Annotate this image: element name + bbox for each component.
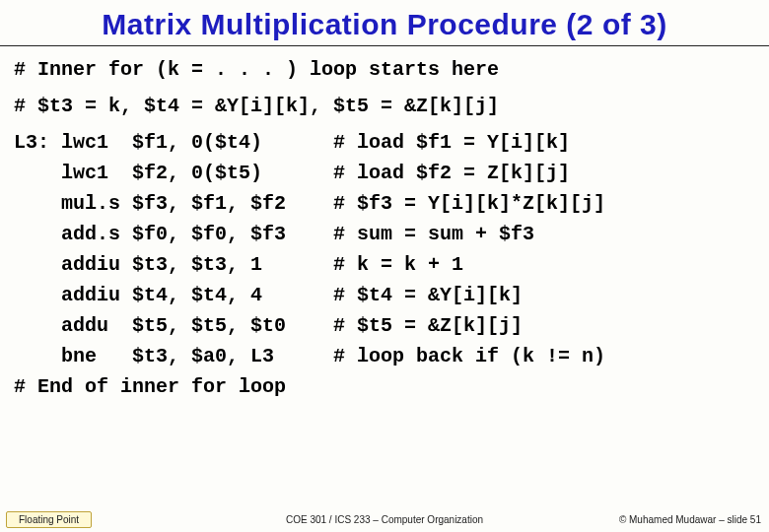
comment-line: # End of inner for loop (14, 371, 755, 402)
slide-title: Matrix Multiplication Procedure (2 of 3) (0, 0, 769, 46)
slide-body: # Inner for (k = . . . ) loop starts her… (0, 46, 769, 402)
code-line: lwc1 $f2, 0($t5) # load $f2 = Z[k][j] (14, 158, 755, 188)
footer-center: COE 301 / ICS 233 – Computer Organizatio… (286, 514, 483, 525)
code-line: bne $t3, $a0, L3 # loop back if (k != n) (14, 341, 755, 371)
code-line: addu $t5, $t5, $t0 # $t5 = &Z[k][j] (14, 310, 755, 341)
comment-line: # Inner for (k = . . . ) loop starts her… (14, 54, 755, 85)
code-line: L3: lwc1 $f1, 0($t4) # load $f1 = Y[i][k… (14, 127, 755, 158)
slide-footer: Floating Point COE 301 / ICS 233 – Compu… (0, 506, 769, 532)
code-line: addiu $t4, $t4, 4 # $t4 = &Y[i][k] (14, 280, 755, 310)
code-line: add.s $f0, $f0, $f3 # sum = sum + $f3 (14, 219, 755, 249)
comment-line: # $t3 = k, $t4 = &Y[i][k], $t5 = &Z[k][j… (14, 91, 755, 121)
code-line: mul.s $f3, $f1, $f2 # $f3 = Y[i][k]*Z[k]… (14, 188, 755, 219)
code-line: addiu $t3, $t3, 1 # k = k + 1 (14, 249, 755, 280)
footer-right: © Muhamed Mudawar – slide 51 (619, 514, 761, 525)
footer-left: Floating Point (6, 511, 92, 528)
